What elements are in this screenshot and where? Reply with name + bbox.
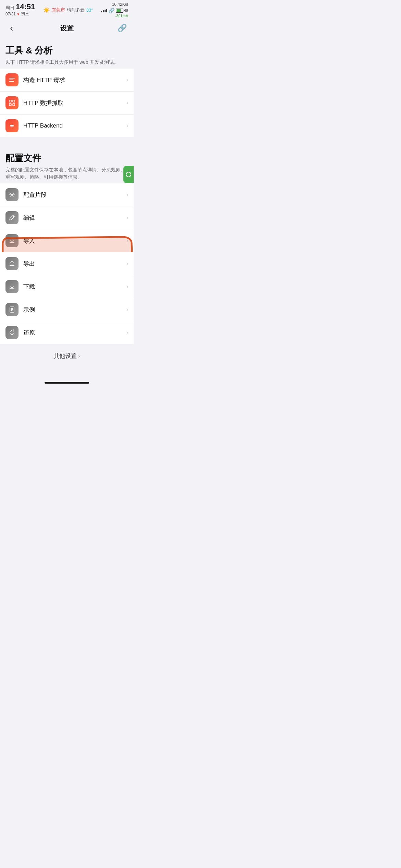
config-example-icon-bg	[5, 303, 19, 316]
backend-icon	[9, 122, 15, 129]
tools-list: 构造 HTTP 请求 › HTTP 数据抓取 › HT	[0, 69, 134, 137]
tools-section-header: 工具 & 分析 以下 HTTP 请求相关工具大多用于 web 开发及测试。	[0, 38, 134, 69]
example-icon	[9, 306, 15, 313]
battery-current: -301mA	[115, 14, 128, 18]
http-backend-label: HTTP Backend	[23, 122, 126, 129]
weather-sun-icon: ☀️	[43, 7, 50, 13]
home-indicator	[0, 379, 134, 388]
battery-icon	[116, 9, 123, 13]
http-request-chevron-icon: ›	[126, 77, 128, 83]
config-edit-label: 编辑	[23, 214, 126, 222]
config-restore-icon-bg	[5, 326, 19, 339]
config-download-item[interactable]: 下载 ›	[0, 275, 134, 298]
config-snippet-icon-bg	[5, 188, 19, 201]
svg-rect-5	[9, 104, 11, 106]
config-import-label: 导入	[23, 237, 126, 245]
weather-desc: 晴间多云	[67, 7, 85, 13]
home-bar	[45, 382, 89, 384]
config-restore-label: 还原	[23, 329, 126, 337]
config-edit-item[interactable]: 编辑 ›	[0, 206, 134, 229]
config-export-label: 导出	[23, 260, 126, 268]
floating-btn-icon	[126, 172, 131, 177]
status-right: 16.42K/s 🔗 48 -301mA	[101, 2, 128, 18]
signal-dot-3	[105, 10, 106, 12]
config-snippet-item[interactable]: 配置片段 ›	[0, 183, 134, 206]
http-request-label: 构造 HTTP 请求	[23, 76, 126, 84]
config-import-icon-bg	[5, 234, 19, 247]
battery-fill	[117, 9, 121, 12]
link-chain-icon: 🔗	[118, 24, 127, 33]
floating-action-button[interactable]	[123, 166, 134, 183]
nav-bar: ‹ 设置 🔗	[0, 19, 134, 38]
back-chevron-icon: ‹	[10, 23, 13, 34]
export-icon	[9, 260, 15, 267]
config-restore-item[interactable]: 还原 ›	[0, 321, 134, 344]
list-icon	[9, 76, 15, 83]
tools-title: 工具 & 分析	[5, 45, 128, 57]
svg-rect-8	[10, 242, 14, 243]
other-settings-button[interactable]: 其他设置 ›	[0, 344, 134, 365]
config-section-wrapper: 配置文件 完整的配置文件保存在本地，包含节点详情、分流规则、重写规则、策略、引用…	[0, 145, 134, 344]
signal-dots	[101, 9, 107, 12]
http-request-icon-bg	[5, 73, 19, 86]
config-example-label: 示例	[23, 306, 126, 314]
http-backend-item[interactable]: HTTP Backend ›	[0, 114, 134, 137]
other-settings-chevron-icon: ›	[78, 353, 80, 359]
signal-dot-1	[101, 11, 102, 12]
config-download-icon-bg	[5, 280, 19, 293]
status-center: ☀️ 东莞市 晴间多云 33°	[43, 7, 93, 13]
page-title: 设置	[60, 24, 74, 33]
status-lunar: 初三	[21, 11, 29, 17]
link-icon: 🔗	[108, 8, 115, 14]
link-button[interactable]: 🔗	[116, 22, 128, 34]
status-time: 14:51	[16, 3, 35, 11]
capture-icon	[9, 99, 15, 106]
svg-rect-2	[9, 81, 14, 82]
battery-level: 48	[124, 9, 128, 13]
signal-dot-2	[103, 10, 104, 12]
download-icon	[9, 283, 15, 290]
svg-rect-13	[11, 310, 12, 311]
config-snippet-label: 配置片段	[23, 191, 126, 199]
config-export-item[interactable]: 导出 ›	[0, 252, 134, 275]
config-export-chevron-icon: ›	[126, 261, 128, 267]
status-day: 周日	[5, 5, 14, 11]
content-area: 工具 & 分析 以下 HTTP 请求相关工具大多用于 web 开发及测试。 构造…	[0, 38, 134, 379]
http-backend-icon-bg	[5, 119, 19, 132]
edit-icon	[9, 214, 15, 221]
svg-rect-4	[13, 100, 15, 102]
config-example-chevron-icon: ›	[126, 306, 128, 313]
config-export-icon-bg	[5, 257, 19, 270]
http-capture-icon-bg	[5, 96, 19, 109]
import-icon	[9, 237, 15, 244]
signal-dot-4	[106, 9, 107, 12]
config-restore-chevron-icon: ›	[126, 329, 128, 336]
config-list: 配置片段 › 编辑 ›	[0, 183, 134, 344]
http-capture-label: HTTP 数据抓取	[23, 99, 126, 107]
svg-point-7	[11, 194, 13, 196]
config-import-chevron-icon: ›	[126, 238, 128, 244]
back-button[interactable]: ‹	[5, 22, 18, 34]
snippet-icon	[9, 191, 15, 198]
svg-rect-3	[9, 100, 11, 102]
svg-rect-6	[13, 104, 15, 106]
http-request-item[interactable]: 构造 HTTP 请求 ›	[0, 69, 134, 92]
http-capture-chevron-icon: ›	[126, 100, 128, 106]
status-icons: 🔗 48	[101, 8, 128, 14]
svg-rect-0	[9, 78, 15, 79]
svg-rect-1	[9, 80, 13, 80]
config-example-item[interactable]: 示例 ›	[0, 298, 134, 321]
network-speed: 16.42K/s	[112, 2, 128, 7]
status-bar: 周日 14:51 07/31 ♥ 初三 ☀️ 东莞市 晴间多云 33° 16.4…	[0, 0, 134, 19]
status-left: 周日 14:51 07/31 ♥ 初三	[5, 3, 35, 17]
battery-box: 48	[116, 9, 128, 13]
tools-desc: 以下 HTTP 请求相关工具大多用于 web 开发及测试。	[5, 59, 128, 66]
config-import-item[interactable]: 导入 ›	[0, 229, 134, 252]
config-section-header: 配置文件 完整的配置文件保存在本地，包含节点详情、分流规则、重写规则、策略、引用…	[0, 145, 134, 183]
http-backend-chevron-icon: ›	[126, 123, 128, 129]
http-capture-item[interactable]: HTTP 数据抓取 ›	[0, 92, 134, 114]
weather-city: 东莞市	[52, 7, 65, 13]
config-edit-icon-bg	[5, 211, 19, 224]
heart-icon: ♥	[17, 12, 20, 16]
other-settings-label: 其他设置	[53, 352, 77, 360]
